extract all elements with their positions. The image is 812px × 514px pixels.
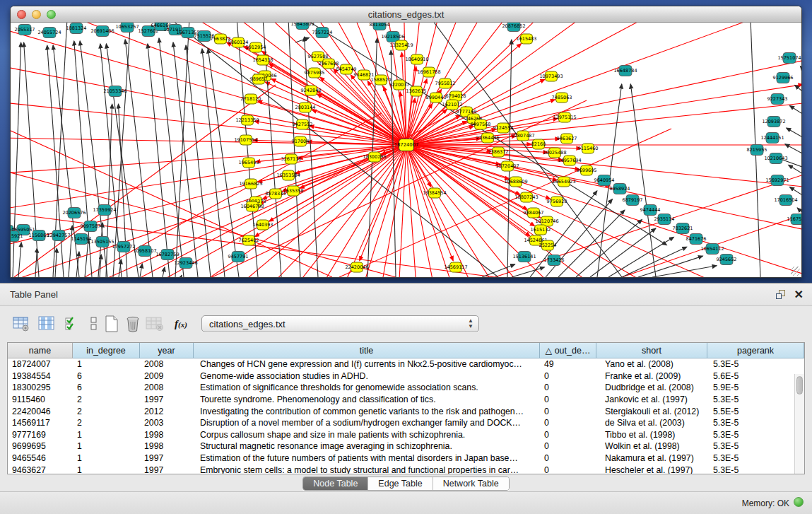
svg-text:21053346: 21053346 [103,88,126,94]
table-cell: 1 [73,359,140,369]
column-header-6[interactable]: pagerank [707,343,804,358]
svg-text:18807243: 18807243 [514,194,538,200]
table-cell: 6 [73,382,140,392]
table-cell: Changes of HCN gene expression and I(f) … [194,359,540,369]
table-cell: Franke et al. (2009) [596,371,707,381]
table-row[interactable]: 911546021997Tourette syndrome. Phenomeno… [8,394,804,406]
svg-text:9474444: 9474444 [640,207,661,213]
column-header-3[interactable]: title [194,343,540,358]
svg-text:12444151: 12444151 [760,135,784,141]
svg-text:15751074: 15751074 [777,55,801,61]
show-columns-button[interactable] [37,314,57,334]
svg-text:10120746: 10120746 [535,218,558,224]
table-cell: 2 [73,407,140,416]
network-view-window[interactable]: citations_edges.txt 20553172405572418813… [10,6,802,278]
svg-text:15692971: 15692971 [765,177,789,183]
column-header-2[interactable]: year [140,343,194,358]
table-cell: 0 [540,371,596,381]
tab-network-table[interactable]: Network Table [433,477,509,490]
row-height-button[interactable] [84,314,104,334]
svg-text:16782759: 16782759 [155,252,179,257]
table-row[interactable]: 1938455462009Genome-wide association stu… [8,370,804,382]
table-row[interactable]: 946554611997Estimation of the future num… [8,452,804,465]
svg-text:3915921: 3915921 [11,233,23,239]
tab-edge-table[interactable]: Edge Table [368,477,433,490]
network-window-titlebar[interactable]: citations_edges.txt [11,6,801,23]
table-row[interactable]: 946362711997Embryonic stem cells: a mode… [8,464,804,474]
svg-text:1145194: 1145194 [71,236,92,242]
table-row[interactable]: 977716911998Corpus callosum shape and si… [8,429,804,441]
svg-text:9457791: 9457791 [228,254,249,259]
table-panel-toolbar: f(x) citations_edges.txt ▲▼ [0,307,812,341]
new-table-button[interactable] [102,314,122,334]
column-header-1[interactable]: in_degree [73,343,140,358]
table-cell: 1 [73,430,140,440]
function-builder-button[interactable]: f(x) [171,314,191,334]
svg-text:8990443: 8990443 [426,95,447,100]
svg-text:9875985: 9875985 [305,70,325,76]
svg-text:8958924: 8958924 [610,186,630,192]
svg-text:18724007: 18724007 [394,142,419,148]
svg-text:7625402: 7625402 [239,238,259,243]
delete-table-button[interactable] [145,314,165,334]
svg-text:7485063: 7485063 [552,95,572,100]
table-settings-button[interactable] [11,314,31,334]
table-cell: 18300295 [8,382,73,392]
svg-text:1640393: 1640393 [253,222,273,228]
svg-text:10688609: 10688609 [504,179,527,185]
table-cell: Genome-wide association studies in ADHD. [194,371,540,381]
table-cell: Corpus callosum shape and size in male p… [194,430,540,440]
delete-rows-button[interactable] [123,314,143,334]
table-cell: 5.3E-5 [707,441,804,451]
svg-text:3267130: 3267130 [281,156,302,162]
table-scrollbar[interactable] [794,374,804,474]
svg-text:8454749: 8454749 [336,66,357,72]
svg-text:8215955: 8215955 [747,147,767,153]
svg-text:15136141: 15136141 [512,254,536,259]
table-cell: 1 [73,465,140,474]
table-header-row: namein_degreeyeartitle△ out_de…shortpage… [8,343,804,358]
table-cell: Stergiakouli et al. (2012) [596,407,707,416]
svg-text:2055317: 2055317 [15,27,35,33]
table-cell: Jankovic et al. (1997) [596,395,707,404]
table-scrollbar-thumb[interactable] [796,376,803,395]
svg-text:9245652: 9245652 [717,257,737,262]
table-cell: 18724007 [8,359,73,369]
table-cell: Yano et al. (2008) [596,359,707,369]
svg-text:9242848: 9242848 [301,88,322,93]
table-cell: Estimation of the future numbers of pati… [194,453,540,463]
svg-text:1733426: 1733426 [544,257,565,263]
table-row[interactable]: 1830029562008Estimation of significance … [8,382,804,394]
svg-text:1588520: 1588520 [371,77,392,83]
tab-node-table[interactable]: Node Table [303,477,368,490]
column-header-0[interactable]: name [8,343,73,358]
table-row[interactable]: 969969511998Structural magnetic resonanc… [8,440,804,452]
table-cell: Dudbridge et al. (2008) [596,382,707,392]
close-panel-icon[interactable]: ✕ [794,288,804,301]
memory-status-indicator[interactable] [794,497,804,507]
svg-text:12942757: 12942757 [47,233,70,238]
table-row[interactable]: 2242004622012Investigating the contribut… [8,405,804,417]
table-row[interactable]: 1456911722003Disruption of a novel membe… [8,417,804,429]
table-cell: 2 [73,395,140,404]
table-source-dropdown[interactable]: citations_edges.txt ▲▼ [201,315,479,332]
svg-text:21364436: 21364436 [476,135,499,141]
svg-text:10807487: 10807487 [511,133,534,139]
column-header-5[interactable]: short [596,343,707,358]
network-window-title: citations_edges.txt [11,9,801,20]
svg-text:16353584: 16353584 [276,173,300,178]
table-row[interactable]: 1872400712008Changes of HCN gene express… [8,358,804,370]
svg-text:2718120: 2718120 [241,96,261,102]
float-panel-icon[interactable] [776,290,787,300]
select-columns-button[interactable] [62,314,82,334]
svg-text:917004: 917004 [292,139,310,144]
column-header-4[interactable]: △ out_de… [540,343,596,358]
network-canvas[interactable]: 2055317240557241881324206914061065325715… [11,23,801,277]
svg-text:1615483: 1615483 [517,36,537,42]
svg-text:8813054: 8813054 [370,23,390,28]
table-cell: 19384554 [8,371,73,381]
citation-network-graph[interactable]: 2055317240557241881324206914061065325715… [11,23,801,277]
canvas-resize-grip[interactable] [791,267,800,276]
svg-text:10210643: 10210643 [764,156,787,161]
svg-text:9463627: 9463627 [557,136,577,141]
